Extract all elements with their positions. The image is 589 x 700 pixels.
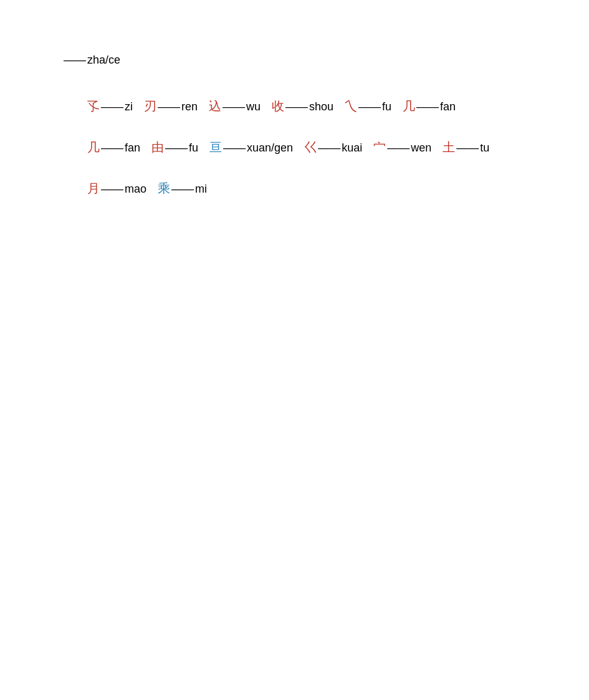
entry-mi: 乘——mi xyxy=(158,177,207,199)
roman-tu: tu xyxy=(480,138,489,158)
chinese-fu2: 由 xyxy=(151,136,164,158)
dash-kuai: —— xyxy=(318,138,340,158)
chinese-shou: 收 xyxy=(272,95,284,117)
chinese-wen: 宀 xyxy=(373,136,386,158)
dash-fu2: —— xyxy=(165,138,188,158)
roman-shou: shou xyxy=(309,97,333,117)
roman-fan1: fan xyxy=(440,97,456,117)
chinese-fan1: 几 xyxy=(403,95,415,117)
dash-fu1: —— xyxy=(358,97,381,117)
dash-fan2: —— xyxy=(101,138,123,158)
entry-fan1: 几——fan xyxy=(403,95,456,117)
entry-mao: 月——mao xyxy=(87,177,146,199)
chinese-ren: 刃 xyxy=(144,95,156,117)
chinese-tu: 土 xyxy=(443,136,455,158)
dash-mao: —— xyxy=(101,179,123,199)
dash-zhace: —— xyxy=(64,50,86,70)
dash-mi: —— xyxy=(171,179,194,199)
roman-fu2: fu xyxy=(189,138,198,158)
entry-tu: 土——tu xyxy=(443,136,489,158)
roman-fu1: fu xyxy=(382,97,391,117)
line-1: 孓——zi 刃——ren 込——wu 收——shou 乀——fu 几——fan xyxy=(87,95,527,117)
entry-zi: 孓——zi xyxy=(87,95,133,117)
roman-kuai: kuai xyxy=(342,138,362,158)
entry-wen: 宀——wen xyxy=(373,136,431,158)
chinese-kuai: 巜 xyxy=(304,136,317,158)
entry-shou: 收——shou xyxy=(272,95,333,117)
line-0: ——zha/ce xyxy=(62,50,527,70)
chinese-zi: 孓 xyxy=(87,95,100,117)
roman-wu: wu xyxy=(246,97,261,117)
entry-ren: 刃——ren xyxy=(144,95,198,117)
entry-fu1: 乀——fu xyxy=(345,95,391,117)
line-2: 几——fan 由——fu 亘——xuan/gen 巜——kuai 宀——wen … xyxy=(87,136,527,158)
roman-zhace: zha/ce xyxy=(87,50,120,70)
dash-tu: —— xyxy=(456,138,479,158)
entry-zhace: ——zha/ce xyxy=(62,50,120,70)
chinese-xuangen: 亘 xyxy=(209,136,222,158)
dash-ren: —— xyxy=(158,97,180,117)
dash-xuangen: —— xyxy=(223,138,246,158)
roman-wen: wen xyxy=(411,138,431,158)
line-3: 月——mao 乘——mi xyxy=(87,177,527,199)
roman-fan2: fan xyxy=(125,138,140,158)
chinese-mi: 乘 xyxy=(158,177,170,199)
roman-mao: mao xyxy=(125,179,146,199)
roman-zi: zi xyxy=(125,97,133,117)
page-content: ——zha/ce 孓——zi 刃——ren 込——wu 收——shou 乀——f… xyxy=(0,12,589,243)
entry-fu2: 由——fu xyxy=(151,136,198,158)
chinese-fu1: 乀 xyxy=(345,95,357,117)
dash-wu: —— xyxy=(223,97,245,117)
roman-xuangen: xuan/gen xyxy=(247,138,293,158)
entry-kuai: 巜——kuai xyxy=(304,136,362,158)
dash-wen: —— xyxy=(387,138,409,158)
chinese-wu: 込 xyxy=(209,95,221,117)
entry-fan2: 几——fan xyxy=(87,136,140,158)
chinese-fan2: 几 xyxy=(87,136,100,158)
entry-wu: 込——wu xyxy=(209,95,261,117)
roman-ren: ren xyxy=(181,97,198,117)
entry-xuangen: 亘——xuan/gen xyxy=(209,136,293,158)
dash-shou: —— xyxy=(285,97,308,117)
dash-fan1: —— xyxy=(416,97,439,117)
roman-mi: mi xyxy=(195,179,207,199)
chinese-mao: 月 xyxy=(87,177,100,199)
dash-zi: —— xyxy=(101,97,123,117)
